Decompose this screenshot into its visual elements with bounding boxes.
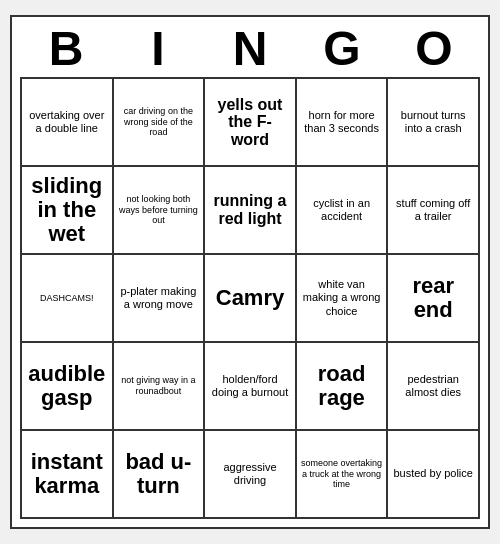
bingo-cell-2[interactable]: yells out the F-word	[205, 79, 297, 167]
cell-text-24: busted by police	[393, 467, 473, 480]
bingo-cell-23[interactable]: someone overtaking a truck at the wrong …	[297, 431, 389, 519]
cell-text-0: overtaking over a double line	[26, 109, 108, 135]
bingo-cell-8[interactable]: cyclist in an accident	[297, 167, 389, 255]
cell-text-3: horn for more than 3 seconds	[301, 109, 383, 135]
bingo-cell-0[interactable]: overtaking over a double line	[22, 79, 114, 167]
cell-text-5: sliding in the wet	[26, 174, 108, 247]
bingo-cell-13[interactable]: white van making a wrong choice	[297, 255, 389, 343]
cell-text-8: cyclist in an accident	[301, 197, 383, 223]
cell-text-7: running a red light	[209, 192, 291, 227]
bingo-cell-1[interactable]: car driving on the wrong side of the roa…	[114, 79, 206, 167]
header-letter-o: O	[390, 25, 478, 73]
bingo-cell-11[interactable]: p-plater making a wrong move	[114, 255, 206, 343]
bingo-cell-10[interactable]: DASHCAMS!	[22, 255, 114, 343]
cell-text-11: p-plater making a wrong move	[118, 285, 200, 311]
bingo-cell-3[interactable]: horn for more than 3 seconds	[297, 79, 389, 167]
bingo-cell-16[interactable]: not giving way in a rounadbout	[114, 343, 206, 431]
bingo-cell-24[interactable]: busted by police	[388, 431, 480, 519]
cell-text-4: burnout turns into a crash	[392, 109, 474, 135]
bingo-cell-12[interactable]: Camry	[205, 255, 297, 343]
bingo-header: BINGO	[20, 25, 480, 73]
cell-text-22: aggressive driving	[209, 461, 291, 487]
bingo-cell-14[interactable]: rear end	[388, 255, 480, 343]
cell-text-19: pedestrian almost dies	[392, 373, 474, 399]
cell-text-14: rear end	[392, 274, 474, 322]
cell-text-16: not giving way in a rounadbout	[118, 375, 200, 397]
bingo-cell-6[interactable]: not looking both ways before turning out	[114, 167, 206, 255]
cell-text-6: not looking both ways before turning out	[118, 194, 200, 226]
header-letter-g: G	[298, 25, 386, 73]
cell-text-23: someone overtaking a truck at the wrong …	[301, 458, 383, 490]
bingo-grid: overtaking over a double linecar driving…	[20, 77, 480, 519]
bingo-cell-4[interactable]: burnout turns into a crash	[388, 79, 480, 167]
bingo-cell-18[interactable]: road rage	[297, 343, 389, 431]
bingo-cell-15[interactable]: audible gasp	[22, 343, 114, 431]
bingo-cell-17[interactable]: holden/ford doing a burnout	[205, 343, 297, 431]
bingo-card: BINGO overtaking over a double linecar d…	[10, 15, 490, 529]
bingo-cell-7[interactable]: running a red light	[205, 167, 297, 255]
cell-text-12: Camry	[216, 286, 284, 310]
header-letter-i: I	[114, 25, 202, 73]
cell-text-15: audible gasp	[26, 362, 108, 410]
bingo-cell-9[interactable]: stuff coming off a trailer	[388, 167, 480, 255]
bingo-cell-21[interactable]: bad u-turn	[114, 431, 206, 519]
bingo-cell-19[interactable]: pedestrian almost dies	[388, 343, 480, 431]
bingo-cell-5[interactable]: sliding in the wet	[22, 167, 114, 255]
cell-text-17: holden/ford doing a burnout	[209, 373, 291, 399]
cell-text-2: yells out the F-word	[209, 96, 291, 149]
header-letter-b: B	[22, 25, 110, 73]
cell-text-21: bad u-turn	[118, 450, 200, 498]
bingo-cell-20[interactable]: instant karma	[22, 431, 114, 519]
cell-text-9: stuff coming off a trailer	[392, 197, 474, 223]
bingo-cell-22[interactable]: aggressive driving	[205, 431, 297, 519]
cell-text-20: instant karma	[26, 450, 108, 498]
cell-text-13: white van making a wrong choice	[301, 278, 383, 318]
cell-text-18: road rage	[301, 362, 383, 410]
header-letter-n: N	[206, 25, 294, 73]
cell-text-1: car driving on the wrong side of the roa…	[118, 106, 200, 138]
cell-text-10: DASHCAMS!	[40, 293, 94, 304]
